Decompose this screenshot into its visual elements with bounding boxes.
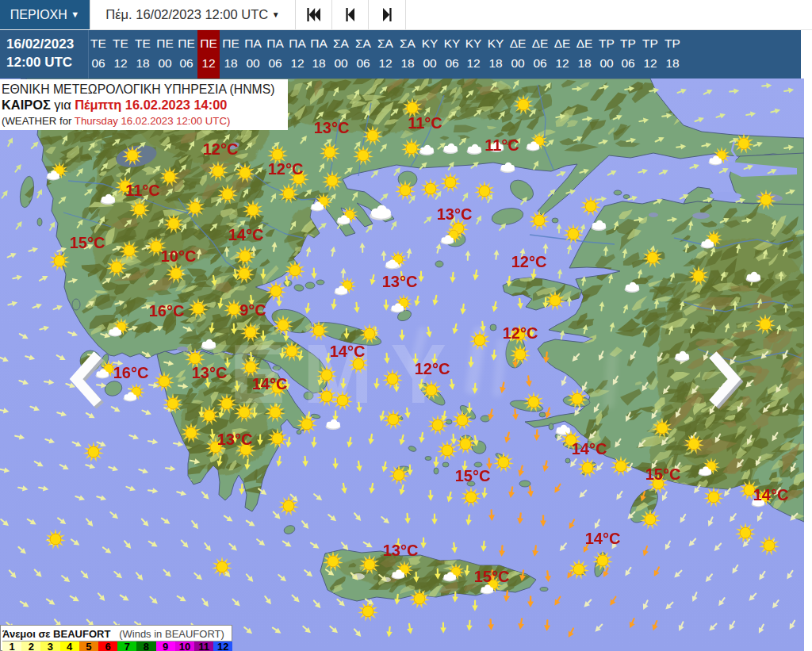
svg-text:15°C: 15°C xyxy=(455,467,491,484)
svg-text:13°C: 13°C xyxy=(382,273,418,290)
svg-text:11°C: 11°C xyxy=(408,114,442,132)
svg-text:13°C: 13°C xyxy=(217,431,253,448)
svg-text:14°C: 14°C xyxy=(330,343,366,360)
svg-text:14°C: 14°C xyxy=(585,530,621,547)
svg-text:12°C: 12°C xyxy=(511,253,547,270)
svg-text:14°C: 14°C xyxy=(252,375,288,393)
svg-text:10°C: 10°C xyxy=(161,247,197,265)
svg-text:15°C: 15°C xyxy=(70,234,105,251)
svg-text:16°C: 16°C xyxy=(113,364,149,381)
svg-text:13°C: 13°C xyxy=(437,205,473,223)
svg-text:11°C: 11°C xyxy=(485,136,519,154)
svg-text:12°C: 12°C xyxy=(503,324,538,342)
svg-text:14°C: 14°C xyxy=(753,486,789,504)
svg-text:13°C: 13°C xyxy=(383,542,419,559)
svg-text:13°C: 13°C xyxy=(314,119,350,136)
svg-text:9°C: 9°C xyxy=(239,301,266,319)
svg-text:14°C: 14°C xyxy=(572,440,607,458)
svg-text:14°C: 14°C xyxy=(228,226,264,243)
svg-text:12°C: 12°C xyxy=(415,360,450,377)
svg-text:16°C: 16°C xyxy=(149,302,185,320)
svg-text:11°C: 11°C xyxy=(125,182,160,199)
svg-text:12°C: 12°C xyxy=(203,140,239,158)
svg-text:12°C: 12°C xyxy=(268,160,304,178)
svg-text:13°C: 13°C xyxy=(192,364,228,381)
svg-text:15°C: 15°C xyxy=(474,568,510,585)
svg-text:15°C: 15°C xyxy=(645,465,681,483)
